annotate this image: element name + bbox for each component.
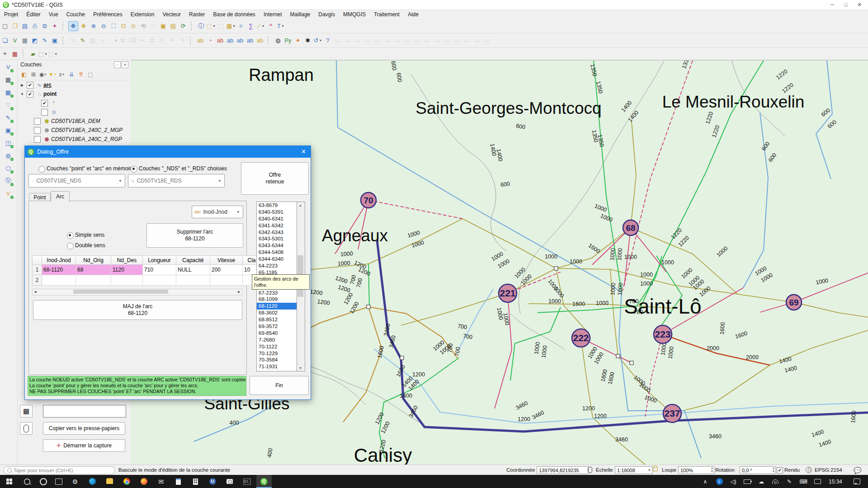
zoom-to-layer-icon[interactable]: ⊙ [129,22,138,31]
list-item[interactable]: 70-3584 [257,357,297,363]
add-spline-layer-icon[interactable]: ✎+ [2,112,14,123]
close-button[interactable]: ✕ [853,0,866,9]
vertex-tool-icon[interactable]: ⋱▼ [108,36,117,45]
table-header-vitesse[interactable]: Vitesse [210,256,243,265]
crs-indicator[interactable]: EPSG:2154 [815,467,842,473]
taskbar-calculator-icon[interactable] [188,475,203,488]
expander-icon[interactable]: ▶ [19,83,25,87]
table-row[interactable]: 168-1120681120710NULL20010 [33,265,261,275]
expand-all-icon[interactable]: ⇊ [67,70,76,79]
table-cell[interactable] [76,275,111,286]
list-item[interactable]: 6340-5391 [257,209,297,216]
taskbar-file-explorer-icon[interactable] [102,475,117,488]
add-vector-layer-icon[interactable]: V [10,36,19,45]
combo-rds[interactable]: ∿ CD50TV18E_RDS▼ [128,174,225,188]
add-point-layer-icon[interactable]: ∵+ [2,99,14,111]
add-wfs-layer-icon[interactable]: Ⓥ+ [2,175,14,187]
table-header-nd_des[interactable]: Nd_Des [111,256,143,265]
locator-search-input[interactable]: Taper pour trouver (Ctrl+K) [4,466,115,474]
undo-icon[interactable]: ↶ [168,36,177,45]
labeling-change-icon[interactable]: ab [245,36,255,45]
rollback-edits-icon[interactable]: ↺▼ [313,36,322,45]
taskbar-notepad-icon[interactable] [170,475,186,488]
layer-item-arc[interactable]: ▶✔∿arc [18,80,131,89]
taskbar-start-icon[interactable] [1,475,17,488]
layer-checkbox[interactable] [34,118,41,125]
onedrive-icon[interactable]: ☁ [755,475,768,488]
taskbar-mail-icon[interactable]: ✉ [153,475,169,488]
scroll-up-icon[interactable]: ▲ [297,202,304,208]
new-project-icon[interactable]: ▢ [0,22,9,31]
list-item[interactable]: 6343-6344 [257,242,297,249]
georeferencer-icon[interactable]: ▰ [28,49,38,58]
notification-center-icon[interactable] [849,475,864,488]
zoom-out-icon[interactable]: ⊖ [99,22,108,31]
tab-arc[interactable]: Arc [51,191,70,202]
filter-by-expression-icon[interactable]: ε▼ [57,70,66,79]
capture-grid-button[interactable]: ▦ [20,405,33,418]
list-item[interactable]: 7-2680 [257,337,297,343]
toggle-editing-icon[interactable]: ✎ [78,36,87,45]
arc-attributes-table[interactable]: Inod-JnodNd_OrigNd_DesLongueurCapacitéVi… [32,255,261,286]
row-number[interactable]: 1 [33,265,42,275]
maj-arc-button[interactable]: MAJ de l'arc68-1120 [33,300,242,320]
layer-checkbox[interactable] [34,136,41,143]
new-bookmark-icon[interactable]: ▣ [159,22,168,31]
taskbar-m-app-icon[interactable]: M [205,475,220,488]
list-item[interactable]: 71-1931 [257,363,297,370]
rotation-input[interactable]: 0,0 °▲▼ [740,466,776,474]
scroll-right-icon[interactable]: ▶ [236,289,242,294]
field-calculator-icon[interactable]: ⌗ [236,22,245,31]
taskbar-chrome-icon[interactable] [119,475,134,488]
menu-maillage[interactable]: Maillage [286,10,315,19]
menu--diter[interactable]: Éditer [22,10,44,19]
open-attribute-table-icon[interactable]: ▦▼ [226,22,236,31]
cut-features-icon[interactable]: ✂ [138,36,147,45]
table-header-nd_orig[interactable]: Nd_Orig [76,256,111,265]
offre-retenue-button[interactable]: Offre retenue [241,162,309,195]
manage-map-themes-icon[interactable]: ◉▼ [38,70,47,79]
table-cell[interactable]: NULL [176,265,210,275]
menu-vecteur[interactable]: Vecteur [158,10,185,19]
list-item[interactable]: 6341-6342 [257,222,297,229]
table-cell[interactable]: 68 [76,265,111,275]
supprimer-arc-button[interactable]: Supprimer l'arc68-1120 [146,223,243,248]
add-raster-icon[interactable]: ▦+ [2,74,14,85]
labeling-move-icon[interactable]: ab [236,36,245,45]
expander-icon[interactable]: ▼ [19,92,25,96]
copy-features-icon[interactable]: ⧉ [148,36,157,45]
add-postgis-layer-icon[interactable]: ◫+ [2,137,14,149]
scroll-left-icon[interactable]: ◀ [33,289,38,294]
zoom-full-icon[interactable]: ⛶ [109,22,118,31]
data-source-manager-icon[interactable]: ❏ [0,36,9,45]
add-group-icon[interactable]: ⊞ [29,70,38,79]
add-wms-layer-icon[interactable]: ◍+ [2,150,14,161]
add-geopackage-layer-icon[interactable]: V+ [2,61,14,73]
save-edits-icon[interactable]: ▤ [88,36,97,45]
pen-icon[interactable]: ✎ [783,475,796,488]
new-print-layout-icon[interactable]: ⎙ [30,22,39,31]
minimize-button[interactable]: ─ [826,0,839,9]
list-item[interactable]: 69-3572 [257,323,297,330]
osm-place-search-icon[interactable]: ◍ [274,36,283,45]
taskbar-settings-icon[interactable]: ⚙ [67,475,83,488]
list-item[interactable]: 63-8679 [257,202,297,209]
current-edits-icon[interactable]: ✎ [68,36,77,45]
save-project-icon[interactable]: ▤ [20,22,29,31]
menu-extension[interactable]: Extension [127,10,159,19]
list-item[interactable]: 70-1229 [257,350,297,357]
list-item[interactable]: 67-2233 [257,290,297,296]
zoom-to-selection-icon[interactable]: ⊡ [119,22,128,31]
menu-internet[interactable]: Internet [259,10,286,19]
touchpad-icon[interactable] [811,475,824,488]
maximize-button[interactable]: □ [839,0,853,9]
wifi-icon[interactable] [769,475,782,488]
panel-close-icon[interactable]: ✕ [122,61,128,68]
grid-tool-2-icon[interactable]: ⬚▼ [48,49,57,58]
table-header-longueur[interactable]: Longueur [143,256,176,265]
dialog-close-icon[interactable]: ✕ [301,148,306,155]
taskbar-cortana-icon[interactable] [36,475,51,488]
redo-icon[interactable]: ↷ [178,36,187,45]
table-cell[interactable]: 200 [210,265,243,275]
tray-chevron-icon[interactable]: ∧ [698,475,712,488]
